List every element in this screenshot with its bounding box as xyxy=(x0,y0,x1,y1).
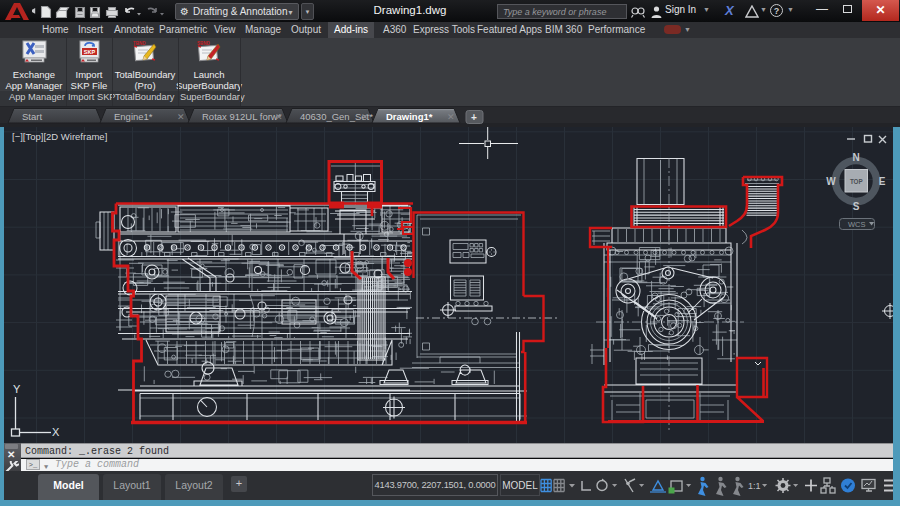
svg-text:Engine1*: Engine1* xyxy=(114,111,153,122)
svg-text:Y: Y xyxy=(13,383,21,395)
svg-text:✕: ✕ xyxy=(447,112,455,122)
svg-text:SBND: SBND xyxy=(197,41,211,46)
svg-text:SKP: SKP xyxy=(83,49,95,55)
svg-text:N: N xyxy=(852,152,859,163)
svg-text:TBND: TBND xyxy=(133,41,146,46)
svg-text:✕: ✕ xyxy=(275,112,283,122)
svg-text:1:1: 1:1 xyxy=(748,481,761,491)
svg-text:S: S xyxy=(853,201,860,212)
svg-text:Start: Start xyxy=(22,111,42,122)
svg-text:✕: ✕ xyxy=(177,112,185,122)
svg-text:[−][Top][2D Wireframe]: [−][Top][2D Wireframe] xyxy=(12,131,107,142)
svg-text:✕: ✕ xyxy=(361,112,369,122)
svg-text:E: E xyxy=(879,176,886,187)
svg-text:Rotax 912UL forw*: Rotax 912UL forw* xyxy=(202,111,282,122)
svg-text:TOP: TOP xyxy=(850,178,863,185)
svg-text:WCS: WCS xyxy=(848,220,866,229)
svg-text:+: + xyxy=(471,112,477,123)
svg-text:X: X xyxy=(52,426,60,438)
svg-text:Drawing1*: Drawing1* xyxy=(386,111,433,122)
svg-text:W: W xyxy=(826,176,836,187)
